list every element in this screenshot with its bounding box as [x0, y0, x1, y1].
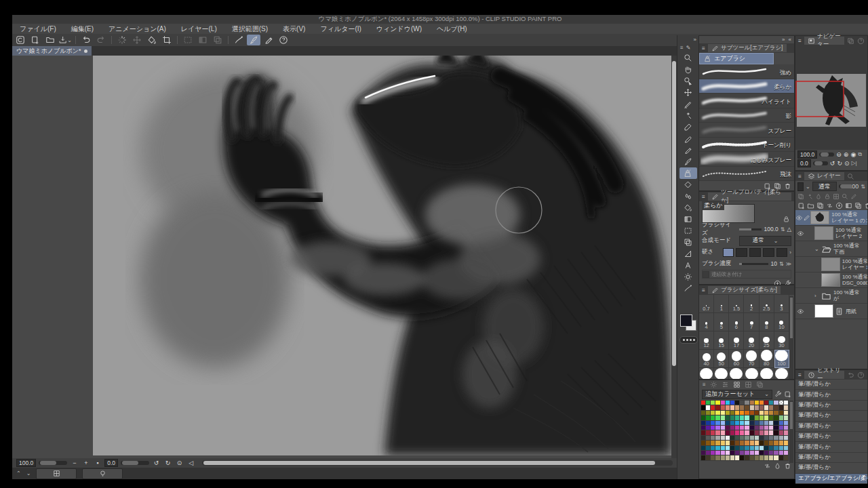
quick-access-button[interactable] [82, 468, 123, 479]
color-swatch-4-2[interactable] [711, 421, 715, 425]
color-swatch-4-8[interactable] [740, 421, 744, 425]
color-swatch-0-9[interactable] [745, 401, 749, 405]
layer-opacity-slider[interactable] [839, 184, 847, 188]
color-swatch-10-13[interactable] [764, 451, 768, 455]
brush-size-8[interactable]: 8 [760, 313, 774, 331]
menu-item-3[interactable]: レイヤー(L) [174, 24, 224, 34]
color-swatch-8-15[interactable] [774, 441, 778, 445]
subtool-item-0[interactable]: 強め [699, 64, 794, 79]
color-swatch-10-12[interactable] [760, 451, 764, 455]
document-tab[interactable]: ウマ娘ミホノブルボン* [12, 46, 92, 56]
flip-horizontal-button[interactable]: ◁ [186, 459, 195, 467]
main-color-chip[interactable] [680, 314, 692, 327]
brush-size-2[interactable]: 2 [744, 295, 759, 313]
color-swatch-8-4[interactable] [721, 441, 725, 445]
color-swatch-6-3[interactable] [715, 430, 719, 434]
layer-search-tab-icon[interactable] [847, 173, 854, 180]
nav-rotate-left-icon[interactable]: ↺ [830, 160, 835, 167]
color-swatch-3-9[interactable] [745, 415, 749, 420]
color-swatch-9-16[interactable] [779, 446, 783, 450]
marker-tool[interactable] [679, 144, 697, 156]
brush-size-3[interactable]: 3 [774, 295, 789, 313]
color-swatch-8-14[interactable] [769, 441, 773, 445]
layer-tab[interactable]: レイヤー [804, 172, 844, 180]
color-swatch-9-3[interactable] [715, 446, 719, 450]
color-swatch-4-15[interactable] [774, 421, 778, 425]
color-swatch-10-17[interactable] [784, 451, 788, 455]
color-swatch-2-2[interactable] [711, 411, 715, 415]
canvas-zoom-slider[interactable] [39, 461, 67, 465]
menu-item-7[interactable]: ウィンドウ(W) [369, 24, 429, 34]
nav-zoom-out-icon[interactable]: ⊖ [836, 151, 842, 158]
layer-prop-icon-5[interactable] [842, 193, 848, 200]
color-swatch-2-8[interactable] [740, 411, 744, 415]
subtool-item-3[interactable]: 影 [699, 108, 794, 123]
color-swatch-10-16[interactable] [779, 451, 783, 455]
color-swatch-7-6[interactable] [730, 436, 734, 440]
color-swatch-7-0[interactable] [701, 436, 705, 440]
navigator-view[interactable] [795, 45, 867, 150]
color-swatch-10-0[interactable] [701, 451, 705, 455]
color-swatch-10-5[interactable] [726, 451, 730, 455]
color-swatch-1-17[interactable] [784, 405, 788, 409]
color-swatch-10-9[interactable] [745, 451, 749, 455]
color-chips[interactable] [680, 314, 696, 331]
color-swatch-8-10[interactable] [750, 441, 754, 445]
history-item-7[interactable]: 筆/墨/滑らか [795, 453, 867, 463]
color-swatch-6-14[interactable] [769, 430, 773, 434]
color-swatch-7-12[interactable] [760, 436, 764, 440]
layer-row-3[interactable]: 100 %通常レイヤー 1 [795, 257, 867, 272]
color-swatch-3-12[interactable] [760, 415, 764, 420]
color-swatch-10-7[interactable] [735, 451, 739, 455]
color-swatch-5-5[interactable] [726, 426, 730, 430]
color-swatch-8-5[interactable] [726, 441, 730, 445]
color-swatch-9-12[interactable] [760, 446, 764, 450]
color-swatch-7-13[interactable] [764, 436, 768, 440]
layer-thumbnail[interactable] [814, 304, 833, 318]
color-swatch-11-12[interactable] [760, 455, 764, 460]
brush-size-30[interactable]: 30 [774, 331, 789, 350]
color-swatch-11-6[interactable] [730, 455, 734, 460]
tab-scroll-up-icon[interactable]: ⌃ [16, 470, 21, 476]
color-swatch-2-0[interactable] [701, 411, 705, 415]
property-row-continuous-spray[interactable]: 連続吹き付け [702, 270, 791, 279]
brush-size-120[interactable]: 120 [699, 368, 714, 379]
color-swatch-7-17[interactable] [784, 436, 788, 440]
color-swatch-5-14[interactable] [769, 426, 773, 430]
panel-menu-icon[interactable]: ≡ [703, 382, 706, 388]
brush-size-5[interactable]: 5 [714, 313, 729, 331]
size-dynamics-icon[interactable]: △ [787, 226, 791, 232]
color-swatch-5-17[interactable] [784, 426, 788, 430]
correct-line-tool[interactable] [679, 283, 697, 294]
color-swatch-4-9[interactable] [745, 421, 749, 425]
new-file-button[interactable] [28, 35, 42, 45]
property-row-brush-size[interactable]: ブラシサイズ 100.0⇅ △ [702, 224, 791, 235]
color-swatch-11-4[interactable] [721, 455, 725, 460]
color-set-scrollbar[interactable] [789, 401, 793, 463]
color-swatch-0-6[interactable] [730, 401, 734, 405]
color-swatch-2-1[interactable] [706, 411, 710, 415]
color-swatch-9-4[interactable] [721, 446, 725, 450]
color-swatch-1-11[interactable] [755, 405, 759, 409]
color-swatch-9-11[interactable] [755, 446, 759, 450]
rotate-right-button[interactable]: ↻ [163, 459, 172, 467]
rotate-reset-button[interactable]: ⊙ [175, 459, 184, 467]
select-layer-mode-button[interactable] [36, 468, 77, 479]
color-swatch-5-7[interactable] [735, 426, 739, 430]
color-swatch-6-15[interactable] [774, 430, 778, 434]
color-swatch-10-14[interactable] [769, 451, 773, 455]
layer-row-1[interactable]: 100 %通常レイヤー 2 [795, 226, 867, 241]
color-swatch-4-10[interactable] [750, 421, 754, 425]
rotate-left-button[interactable]: ↺ [152, 459, 161, 467]
selection-2-button[interactable] [196, 35, 210, 45]
operation-tool[interactable] [679, 75, 697, 87]
brush-size-15[interactable]: 15 [714, 331, 729, 350]
color-swatch-3-6[interactable] [730, 415, 734, 420]
color-swatch-7-3[interactable] [715, 436, 719, 440]
brush-size-50[interactable]: 50 [714, 350, 729, 368]
color-swatch-8-9[interactable] [745, 441, 749, 445]
color-swatch-3-2[interactable] [711, 415, 715, 420]
brush-size-300[interactable]: 300 [774, 368, 789, 379]
canvas-zoom-value[interactable]: 100.0 [16, 459, 36, 467]
brush-size-70[interactable]: 70 [744, 350, 759, 368]
